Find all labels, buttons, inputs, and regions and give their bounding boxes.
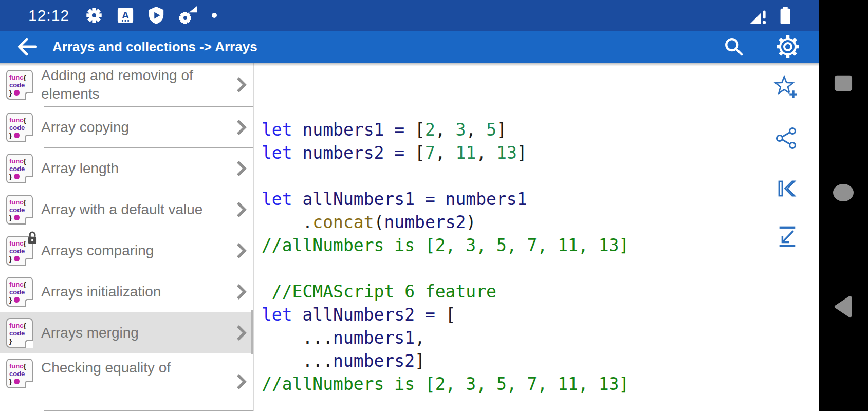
back-button[interactable]	[15, 35, 39, 59]
clock: 12:12	[28, 7, 69, 24]
list-item-label: Arrays initialization	[41, 283, 236, 301]
chevron-right-icon	[236, 160, 247, 177]
list-item-label: Array copying	[41, 118, 236, 137]
recents-square-icon	[833, 74, 854, 92]
content-area: func{ code } Adding and removing of elem…	[0, 63, 819, 411]
page-fold	[25, 176, 33, 183]
code-viewer[interactable]: let numbers1 = [2, 3, 5]let numbers2 = […	[254, 63, 819, 411]
signal-alert-icon	[749, 6, 769, 25]
viewed-dot	[14, 215, 20, 220]
code-snippet-icon: func{ code }	[6, 195, 33, 225]
code-line: let numbers1 = [2, 3, 5]	[262, 118, 819, 141]
sidebar-item-array-with-a-default-value[interactable]: func{ code } Array with a default value	[0, 189, 253, 230]
code-line: //allNumbers is [2, 3, 5, 7, 11, 13]	[262, 372, 819, 396]
chevron-right-icon	[236, 119, 247, 136]
chevron-right-icon	[236, 242, 247, 259]
viewed-dot	[14, 379, 20, 384]
sidebar-item-array-length[interactable]: func{ code } Array length	[0, 148, 253, 189]
chevron-right-icon	[236, 283, 247, 301]
code-snippet-icon: func{ code }	[6, 318, 33, 348]
code-snippet-icon: func{ code }	[6, 236, 33, 266]
viewed-dot	[14, 297, 20, 303]
status-icons: A	[85, 6, 217, 25]
gear-icon	[85, 6, 103, 25]
code-snippet-icon: func{ code }	[6, 154, 33, 183]
chevron-right-icon	[236, 76, 247, 94]
code-line	[262, 257, 819, 280]
chevron-right-icon	[236, 373, 247, 390]
code-line	[262, 164, 819, 188]
code-line: ...numbers2]	[262, 349, 819, 372]
sidebar-item-adding-and-removing-of-elements[interactable]: func{ code } Adding and removing of elem…	[0, 63, 253, 107]
page-fold	[25, 258, 33, 266]
page-fold	[25, 381, 33, 388]
gear-wedge-icon	[178, 6, 198, 25]
page-fold	[25, 135, 33, 142]
home-button[interactable]	[832, 183, 855, 204]
recents-button[interactable]	[833, 74, 854, 95]
list-item-label: Arrays comparing	[41, 241, 236, 260]
add-favorite-star-icon	[772, 75, 798, 100]
sidebar-scrollbar[interactable]	[251, 310, 253, 354]
collapse-icon	[775, 225, 798, 248]
back-nav-button[interactable]	[833, 295, 854, 321]
page-fold	[25, 92, 33, 100]
android-screen: 12:12 A	[0, 0, 868, 411]
code-snippet-icon: func{ code }	[6, 70, 33, 100]
play-protect-shield-icon	[147, 6, 165, 25]
share-button[interactable]	[774, 126, 798, 152]
sidebar-item-arrays-initialization[interactable]: func{ code } Arrays initialization	[0, 271, 253, 312]
sidebar-item-array-copying[interactable]: func{ code } Array copying	[0, 107, 253, 148]
share-icon	[774, 126, 798, 150]
list-item-label: Array with a default value	[41, 200, 236, 219]
code-lines: let numbers1 = [2, 3, 5]let numbers2 = […	[262, 118, 819, 411]
lock-icon	[26, 231, 39, 246]
sidebar-item-checking-equality-of[interactable]: func{ code } Checking equality of	[0, 353, 253, 411]
back-triangle-icon	[833, 295, 854, 319]
add-favorite-button[interactable]	[772, 75, 798, 102]
chevron-right-icon	[236, 324, 247, 342]
skip-to-start-button[interactable]	[775, 178, 798, 201]
viewed-dot	[14, 90, 20, 96]
settings-gear-icon[interactable]	[775, 34, 800, 59]
code-snippet-icon: func{ code }	[6, 359, 33, 388]
android-nav-bar	[819, 0, 868, 411]
sidebar-list[interactable]: func{ code } Adding and removing of elem…	[0, 63, 254, 411]
chevron-right-icon	[236, 201, 247, 218]
code-line: ...numbers1,	[262, 326, 819, 349]
battery-icon	[777, 5, 794, 26]
skip-to-start-icon	[775, 178, 798, 199]
code-line: //allNumbers is [2, 3, 5, 7, 11, 13]	[262, 234, 819, 257]
page-fold	[25, 299, 33, 307]
svg-text:A: A	[122, 10, 129, 21]
list-item-label: Checking equality of	[41, 359, 236, 377]
page-fold	[25, 217, 33, 225]
code-line: .concat(numbers2)	[262, 211, 819, 234]
code-snippet-icon: func{ code }	[6, 277, 33, 307]
home-circle-icon	[832, 183, 855, 202]
code-line: //ECMAScript 6 feature	[262, 280, 819, 303]
sidebar-item-arrays-comparing[interactable]: func{ code } Arrays comparing	[0, 230, 253, 271]
back-arrow-icon	[16, 35, 39, 58]
viewed-dot	[14, 256, 20, 261]
list-item-label: Adding and removing of elements	[41, 66, 236, 103]
page-title: Arrays and collections -> Arrays	[52, 39, 257, 55]
a-box-icon: A	[117, 7, 134, 24]
code-line: let allNumbers1 = numbers1	[262, 188, 819, 211]
status-icons-right	[749, 5, 819, 26]
sidebar-item-arrays-merging[interactable]: func{ code } Arrays merging	[0, 312, 253, 353]
list-item-label: Arrays merging	[41, 324, 236, 342]
code-line: let numbers2 = [7, 11, 13]	[262, 141, 819, 164]
dot-icon	[211, 12, 217, 18]
page-fold	[25, 340, 33, 348]
code-snippet-icon: func{ code }	[6, 113, 33, 142]
search-icon[interactable]	[723, 36, 745, 58]
app-bar: Arrays and collections -> Arrays	[0, 31, 819, 63]
status-bar: 12:12 A	[0, 0, 819, 31]
viewed-dot	[14, 133, 20, 138]
list-item-label: Array length	[41, 159, 236, 178]
code-line: let allNumbers2 = [	[262, 303, 819, 326]
collapse-button[interactable]	[775, 225, 798, 250]
viewed-dot	[14, 174, 20, 179]
code-line	[262, 396, 819, 411]
